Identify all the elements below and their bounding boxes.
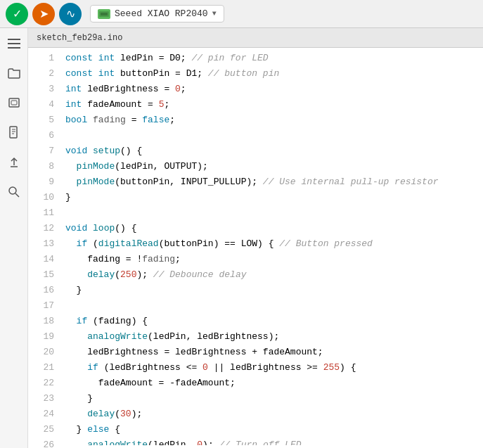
folder-icon [8, 68, 20, 79]
svg-rect-7 [11, 101, 17, 105]
board-small-icon [8, 97, 20, 108]
code-line-12: void loop() { [65, 221, 477, 236]
svg-line-15 [15, 193, 19, 197]
svg-rect-4 [8, 43, 20, 44]
code-line-23: } [65, 391, 477, 407]
code-line-22: fadeAmount = -fadeAmount; [65, 376, 477, 391]
debug-button[interactable]: ∿ [59, 3, 82, 25]
code-line-5: bool fading = false; [65, 113, 477, 128]
code-line-19: analogWrite(ledPin, ledBrightness); [65, 329, 477, 345]
code-line-20: ledBrightness = ledBrightness + fadeAmou… [65, 345, 477, 360]
menu-icon [8, 39, 20, 49]
svg-rect-6 [9, 98, 19, 107]
library-icon [8, 126, 20, 139]
svg-rect-2 [101, 13, 108, 15]
code-line-11 [65, 205, 477, 221]
code-line-21: if (ledBrightness <= 0 || ledBrightness … [65, 360, 477, 376]
code-line-18: if (fading) { [65, 314, 477, 329]
code-line-17 [65, 298, 477, 314]
verify-button[interactable]: ✓ [6, 3, 28, 25]
upload-icon [8, 155, 20, 168]
sidebar-item-boards[interactable] [4, 93, 24, 113]
board-name-label: Seeed XIAO RP2040 [115, 8, 208, 19]
code-line-9: pinMode(buttonPin, INPUT_PULLUP); // Use… [65, 174, 477, 190]
code-line-2: const int buttonPin = D1; // button pin [65, 66, 477, 82]
main-layout: sketch_feb29a.ino 12345 678910 111213141… [0, 28, 483, 448]
code-line-24: delay(30); [65, 407, 477, 422]
sidebar [0, 28, 28, 448]
line-numbers: 12345 678910 1112131415 1617181920 21222… [28, 51, 60, 445]
code-editor[interactable]: 12345 678910 1112131415 1617181920 21222… [28, 48, 483, 448]
code-line-1: const int ledPin = D0; // pin for LED [65, 51, 477, 66]
upload-button[interactable]: ➤ [32, 3, 55, 25]
sidebar-item-upload[interactable] [4, 152, 24, 172]
board-chevron-icon: ▼ [212, 10, 217, 18]
code-line-13: if (digitalRead(buttonPin) == LOW) { // … [65, 236, 477, 252]
code-line-26: analogWrite(ledPin, 0); // Turn off LED [65, 437, 477, 445]
code-lines: const int ledPin = D0; // pin for LED co… [60, 51, 483, 445]
svg-rect-3 [8, 39, 20, 40]
code-line-10: } [65, 190, 477, 205]
svg-point-14 [9, 187, 16, 194]
toolbar: ✓ ➤ ∿ Seeed XIAO RP2040 ▼ [0, 0, 483, 28]
code-line-6 [65, 128, 477, 143]
code-line-4: int fadeAmount = 5; [65, 97, 477, 113]
code-line-25: } else { [65, 422, 477, 437]
sidebar-item-menu[interactable] [4, 34, 24, 53]
code-line-14: fading = !fading; [65, 252, 477, 267]
code-line-15: delay(250); // Debounce delay [65, 267, 477, 283]
editor-area: sketch_feb29a.ino 12345 678910 111213141… [28, 28, 483, 448]
sidebar-item-library[interactable] [4, 122, 24, 142]
code-line-8: pinMode(ledPin, OUTPUT); [65, 159, 477, 174]
svg-rect-5 [8, 47, 20, 49]
code-line-16: } [65, 283, 477, 298]
search-icon [8, 186, 20, 198]
sidebar-item-files[interactable] [4, 63, 24, 83]
file-tab[interactable]: sketch_feb29a.ino [28, 28, 483, 48]
sidebar-item-search[interactable] [4, 181, 24, 201]
code-line-3: int ledBrightness = 0; [65, 82, 477, 97]
svg-rect-8 [10, 127, 17, 138]
file-tab-label: sketch_feb29a.ino [37, 33, 122, 43]
code-line-7: void setup() { [65, 143, 477, 159]
board-selector[interactable]: Seeed XIAO RP2040 ▼ [90, 5, 224, 23]
board-icon [98, 9, 110, 19]
